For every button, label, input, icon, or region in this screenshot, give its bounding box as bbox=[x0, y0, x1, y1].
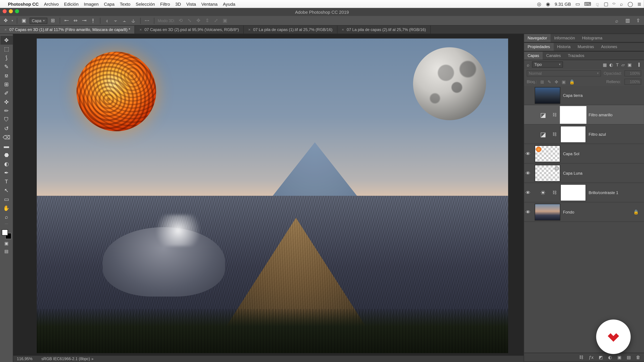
hand-tool[interactable]: ✋ bbox=[0, 204, 12, 213]
eraser-tool[interactable]: ⌫ bbox=[0, 133, 12, 142]
layer-lock-icon[interactable]: 🔒 bbox=[633, 210, 639, 214]
menu-seleccion[interactable]: Selección bbox=[136, 1, 155, 6]
layer-mask-thumbnail[interactable] bbox=[560, 126, 586, 142]
document-canvas[interactable] bbox=[37, 38, 508, 353]
photo-filter-adjustment-icon[interactable]: ◪ bbox=[537, 128, 549, 140]
auto-select-dropdown[interactable]: Capa bbox=[30, 17, 47, 24]
close-tab-icon[interactable]: × bbox=[140, 27, 142, 32]
tab-acciones[interactable]: Acciones bbox=[598, 43, 621, 51]
layer-mask-link-icon[interactable]: ⛓ bbox=[552, 190, 557, 195]
toolbar-edit-icon[interactable]: ⋯ bbox=[0, 221, 12, 226]
move-tool[interactable]: ✥ bbox=[0, 36, 12, 45]
lock-all-icon[interactable]: 🔒 bbox=[569, 79, 574, 84]
layer-mask-thumbnail[interactable] bbox=[560, 106, 586, 123]
close-tab-icon[interactable]: × bbox=[248, 27, 250, 32]
blur-tool[interactable]: ⬣ bbox=[0, 151, 12, 160]
lasso-tool[interactable]: ⟆ bbox=[0, 53, 12, 62]
layer-thumbnail[interactable] bbox=[535, 203, 560, 220]
close-tab-icon[interactable]: × bbox=[4, 27, 7, 32]
more-align-icon[interactable]: ⋯ bbox=[144, 17, 150, 24]
tab-capas[interactable]: Capas bbox=[524, 52, 543, 60]
frame-tool[interactable]: ⊞ bbox=[0, 80, 12, 89]
align-top-icon[interactable]: ⭱ bbox=[90, 17, 96, 24]
healing-tool[interactable]: ✜ bbox=[0, 98, 12, 107]
memory-status-icon[interactable]: ◉ bbox=[546, 1, 550, 7]
quick-mask-toggle[interactable]: ▣ bbox=[0, 239, 12, 247]
layer-row[interactable]: ◪ ⛓ Filtro azul bbox=[524, 125, 644, 144]
share-icon[interactable]: ⇪ bbox=[635, 17, 641, 24]
layer-visibility-toggle[interactable]: 👁 bbox=[524, 170, 532, 176]
transform-controls-checkbox[interactable]: ⊞ bbox=[50, 17, 56, 24]
opacity-value[interactable]: 100% bbox=[624, 70, 641, 76]
align-hcenter-icon[interactable]: ⇔ bbox=[72, 17, 78, 24]
add-mask-icon[interactable]: ◩ bbox=[599, 355, 603, 360]
layer-row[interactable]: 👁 Fondo 🔒 bbox=[524, 202, 644, 222]
screen-mode-toggle[interactable]: ▤ bbox=[0, 247, 12, 255]
layer-row[interactable]: 👁 Capa Luna bbox=[524, 164, 644, 183]
zoom-tool[interactable]: ⌕ bbox=[0, 213, 12, 221]
lock-pixels-icon[interactable]: ⊞ bbox=[540, 79, 544, 84]
pen-tool[interactable]: ✒ bbox=[0, 168, 12, 177]
menu-archivo[interactable]: Archivo bbox=[44, 1, 59, 6]
bluetooth-icon[interactable]: ⚼ bbox=[596, 1, 599, 7]
lock-artboard-icon[interactable]: ▣ bbox=[562, 79, 566, 84]
tab-navegador[interactable]: Navegador bbox=[524, 34, 550, 42]
color-swatches[interactable] bbox=[2, 229, 11, 239]
layer-mask-link-icon[interactable]: ⛓ bbox=[552, 112, 557, 117]
new-adjustment-icon[interactable]: ◐ bbox=[608, 355, 612, 360]
new-layer-icon[interactable]: ▤ bbox=[627, 355, 631, 360]
menu-texto[interactable]: Texto bbox=[120, 1, 130, 6]
layer-visibility-toggle[interactable]: 👁 bbox=[524, 190, 532, 195]
layer-name[interactable]: Brillo/contraste 1 bbox=[589, 190, 618, 195]
distribute-top-icon[interactable]: ⫞ bbox=[104, 17, 110, 24]
gradient-tool[interactable]: ▬ bbox=[0, 142, 12, 151]
filter-pixel-icon[interactable]: ▦ bbox=[603, 62, 607, 67]
window-minimize-button[interactable] bbox=[9, 9, 13, 13]
distribute-left-icon[interactable]: ⫝ bbox=[130, 17, 136, 24]
window-zoom-button[interactable] bbox=[15, 9, 19, 13]
search-icon[interactable]: ⌕ bbox=[614, 17, 620, 24]
siri-icon[interactable]: ◯ bbox=[628, 1, 633, 7]
workspace-icon[interactable]: ▥ bbox=[624, 17, 630, 24]
marquee-tool[interactable]: ⬚ bbox=[0, 44, 12, 53]
tab-muestras[interactable]: Muestras bbox=[574, 43, 598, 51]
layer-kind-dropdown[interactable]: Tipo bbox=[532, 61, 563, 68]
align-left-icon[interactable]: ⭰ bbox=[64, 17, 70, 24]
lock-move-icon[interactable]: ✥ bbox=[554, 79, 558, 84]
dodge-tool[interactable]: ◐ bbox=[0, 160, 12, 168]
layer-row[interactable]: Capa tierra bbox=[524, 86, 644, 105]
filter-type-icon[interactable]: T bbox=[616, 62, 619, 67]
airplay-icon[interactable]: ▢ bbox=[604, 1, 608, 7]
spotlight-icon[interactable]: ⌕ bbox=[620, 1, 623, 7]
layer-visibility-toggle[interactable]: 👁 bbox=[524, 209, 532, 215]
layer-visibility-toggle[interactable]: 👁 bbox=[524, 151, 532, 156]
layer-mask-thumbnail[interactable] bbox=[560, 184, 586, 201]
layer-thumbnail[interactable] bbox=[535, 165, 560, 181]
align-right-icon[interactable]: ⭲ bbox=[81, 17, 88, 24]
layer-name[interactable]: Filtro amarillo bbox=[589, 112, 612, 117]
tab-canales[interactable]: Canales bbox=[543, 52, 564, 60]
layer-thumbnail[interactable] bbox=[535, 87, 560, 104]
close-tab-icon[interactable]: × bbox=[342, 27, 344, 32]
blend-mode-dropdown[interactable]: Normal bbox=[527, 70, 601, 76]
brightness-adjustment-icon[interactable]: ☀ bbox=[537, 187, 549, 198]
zoom-level[interactable]: 116,95% bbox=[17, 357, 32, 361]
layer-name[interactable]: Filtro azul bbox=[589, 132, 606, 136]
delete-layer-icon[interactable]: 🗑 bbox=[636, 355, 640, 360]
document-tab[interactable]: × 07 La pila de capas (1).tif al 25,7% (… bbox=[244, 26, 337, 33]
layer-name[interactable]: Capa Sol bbox=[563, 151, 580, 156]
tab-trazados[interactable]: Trazados bbox=[564, 52, 588, 60]
path-select-tool[interactable]: ↖ bbox=[0, 186, 12, 195]
document-tab[interactable]: × 07 La pila de capas (2).tif al 25,7% (… bbox=[337, 26, 431, 33]
type-tool[interactable]: T bbox=[0, 177, 12, 186]
display-menu-icon[interactable]: ▭ bbox=[576, 1, 580, 7]
photo-filter-adjustment-icon[interactable]: ◪ bbox=[537, 109, 549, 120]
menu-vista[interactable]: Vista bbox=[186, 1, 196, 6]
wifi-icon[interactable]: ⌔ bbox=[612, 1, 616, 7]
history-brush-tool[interactable]: ↺ bbox=[0, 124, 12, 133]
quick-select-tool[interactable]: ✎ bbox=[0, 62, 12, 71]
lock-position-icon[interactable]: ✎ bbox=[548, 79, 551, 84]
filter-smart-icon[interactable]: ▣ bbox=[628, 62, 632, 67]
menu-capa[interactable]: Capa bbox=[104, 1, 114, 6]
brush-tool[interactable]: ✏ bbox=[0, 107, 12, 115]
